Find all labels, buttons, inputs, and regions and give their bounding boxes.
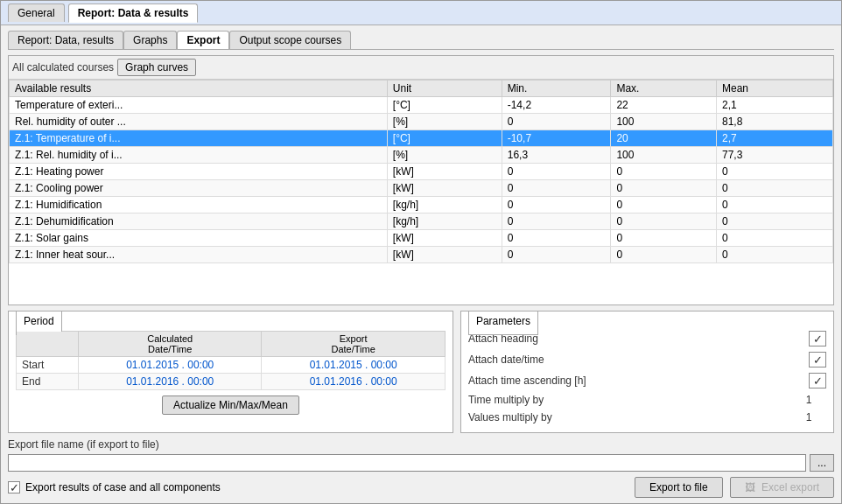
table-cell-min: -14,2 (502, 97, 611, 114)
params-row-label: Values multiply by (468, 411, 552, 424)
table-cell-unit: [kW] (387, 230, 502, 247)
table-cell-name: Z.1: Rel. humidity of i... (10, 147, 388, 164)
tab-report-data-results[interactable]: Report: Data & results (68, 4, 199, 23)
period-calc-value[interactable]: 01.01.2015 . 00:00 (79, 357, 262, 374)
file-section: Export file name (if export to file) ... (8, 438, 834, 472)
table-cell-max: 100 (611, 114, 717, 130)
table-cell-unit: [°C] (387, 130, 502, 147)
table-cell-unit: [%] (387, 114, 502, 130)
col-header-unit: Unit (387, 80, 502, 97)
table-row[interactable]: Temperature of exteri...[°C]-14,2222,1 (10, 97, 833, 114)
params-row-label: Attach time ascending [h] (468, 374, 586, 387)
actualize-button[interactable]: Actualize Min/Max/Mean (162, 396, 299, 415)
table-cell-min: 0 (502, 214, 611, 230)
table-cell-max: 20 (611, 130, 717, 147)
tab-report-data[interactable]: Report: Data, results (8, 31, 123, 49)
params-group: Parameters Attach heading✓Attach date/ti… (460, 311, 834, 433)
table-cell-mean: 2,7 (716, 130, 832, 147)
all-courses-label: All calculated courses (12, 61, 114, 74)
table-cell-max: 0 (611, 214, 717, 230)
browse-button[interactable]: ... (810, 454, 834, 472)
period-row-label: End (17, 374, 79, 390)
table-cell-name: Temperature of exteri... (10, 97, 388, 114)
period-col-empty (17, 332, 79, 357)
params-value: 1 (791, 411, 826, 424)
table-cell-mean: 77,3 (716, 147, 832, 164)
params-checkbox[interactable]: ✓ (809, 352, 826, 368)
params-checkbox[interactable]: ✓ (809, 373, 826, 388)
table-cell-max: 0 (611, 230, 717, 247)
table-cell-unit: [kW] (387, 164, 502, 180)
table-cell-min: 0 (502, 247, 611, 263)
period-calc-value[interactable]: 01.01.2016 . 00:00 (79, 374, 262, 390)
table-cell-mean: 0 (716, 247, 832, 263)
period-group: Period CalculatedDate/Time ExportDate/Ti… (8, 311, 453, 433)
file-input-row: ... (8, 454, 834, 472)
table-cell-max: 22 (611, 97, 717, 114)
tab-output-scope[interactable]: Output scope courses (229, 31, 351, 49)
main-window: General Report: Data & results Report: D… (0, 0, 842, 504)
table-cell-max: 0 (611, 164, 717, 180)
table-cell-min: 0 (502, 164, 611, 180)
table-cell-name: Z.1: Heating power (10, 164, 388, 180)
params-row-label: Attach date/time (468, 354, 544, 366)
table-cell-min: -10,7 (502, 130, 611, 147)
table-row[interactable]: Z.1: Rel. humidity of i...[%]16,310077,3 (10, 147, 833, 164)
params-row-4: Values multiply by1 (468, 410, 826, 425)
period-row-label: Start (17, 357, 79, 374)
params-checkbox[interactable]: ✓ (809, 331, 826, 346)
tab-export[interactable]: Export (177, 31, 229, 49)
excel-export-button[interactable]: 🖼 Excel export (730, 477, 834, 498)
table-cell-name: Z.1: Cooling power (10, 180, 388, 197)
params-value: 1 (791, 394, 826, 406)
table-cell-min: 0 (502, 114, 611, 130)
table-cell-mean: 0 (716, 180, 832, 197)
period-table: CalculatedDate/Time ExportDate/Time Star… (16, 331, 446, 390)
table-cell-mean: 2,1 (716, 97, 832, 114)
table-row[interactable]: Z.1: Temperature of i...[°C]-10,7202,7 (10, 130, 833, 147)
table-cell-max: 0 (611, 197, 717, 214)
table-cell-unit: [kW] (387, 247, 502, 263)
period-export-value[interactable]: 01.01.2016 . 00:00 (262, 374, 445, 390)
table-cell-min: 0 (502, 180, 611, 197)
table-row[interactable]: Rel. humidity of outer ...[%]010081,8 (10, 114, 833, 130)
graph-curves-button[interactable]: Graph curves (117, 59, 196, 76)
checkmark-icon: ✓ (813, 332, 823, 346)
results-section: All calculated courses Graph curves Avai… (8, 55, 834, 305)
tab-general[interactable]: General (8, 4, 65, 22)
file-section-label: Export file name (if export to file) (8, 438, 834, 451)
period-export-value[interactable]: 01.01.2015 . 00:00 (262, 357, 445, 374)
second-tab-bar: Report: Data, results Graphs Export Outp… (8, 31, 834, 50)
table-cell-name: Z.1: Inner heat sour... (10, 247, 388, 263)
export-to-file-button[interactable]: Export to file (635, 477, 723, 498)
file-input[interactable] (8, 454, 806, 472)
table-cell-max: 100 (611, 147, 717, 164)
table-cell-max: 0 (611, 180, 717, 197)
tab-graphs[interactable]: Graphs (123, 31, 177, 49)
checkmark-icon: ✓ (813, 374, 823, 388)
table-row[interactable]: Z.1: Humidification[kg/h]000 (10, 197, 833, 214)
col-header-name: Available results (10, 80, 388, 97)
table-row[interactable]: Z.1: Solar gains[kW]000 (10, 230, 833, 247)
bottom-actions: ✓ Export results of case and all compone… (8, 477, 834, 498)
table-cell-mean: 0 (716, 164, 832, 180)
export-check-label: Export results of case and all component… (25, 481, 221, 494)
table-cell-mean: 0 (716, 214, 832, 230)
table-row[interactable]: Z.1: Cooling power[kW]000 (10, 180, 833, 197)
table-cell-name: Rel. humidity of outer ... (10, 114, 388, 130)
checkmark: ✓ (10, 481, 19, 494)
table-cell-min: 0 (502, 197, 611, 214)
table-row[interactable]: Z.1: Dehumidification[kg/h]000 (10, 214, 833, 230)
params-label: Parameters (468, 311, 538, 335)
export-check-row: ✓ Export results of case and all compone… (8, 481, 628, 494)
table-container[interactable]: Available results Unit Min. Max. Mean Te… (9, 80, 833, 304)
period-col-calc: CalculatedDate/Time (79, 332, 262, 357)
table-row[interactable]: Z.1: Inner heat sour...[kW]000 (10, 247, 833, 263)
col-header-mean: Mean (716, 80, 832, 97)
table-cell-unit: [°C] (387, 97, 502, 114)
bottom-section: Period CalculatedDate/Time ExportDate/Ti… (8, 311, 834, 433)
export-results-checkbox[interactable]: ✓ (8, 481, 20, 494)
table-cell-name: Z.1: Humidification (10, 197, 388, 214)
table-row[interactable]: Z.1: Heating power[kW]000 (10, 164, 833, 180)
table-cell-name: Z.1: Dehumidification (10, 214, 388, 230)
